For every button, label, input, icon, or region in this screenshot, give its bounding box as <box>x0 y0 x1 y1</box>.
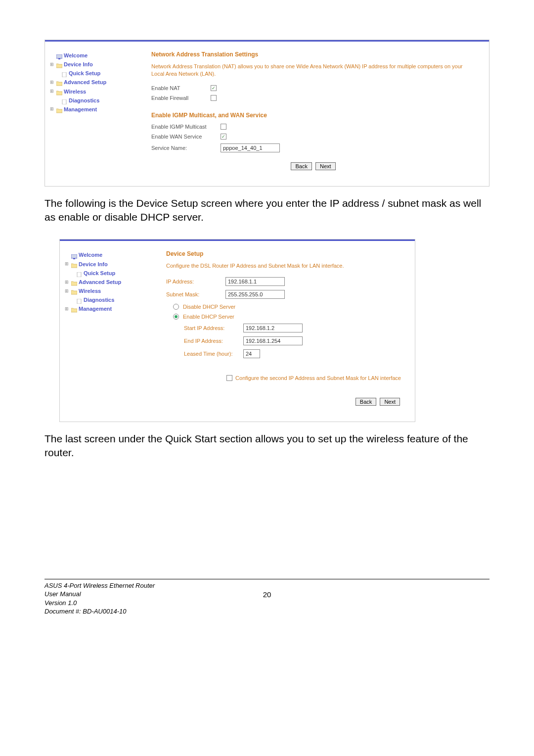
nav-welcome[interactable]: Welcome <box>50 51 134 60</box>
footer-line-2: User Manual 20 <box>44 590 490 599</box>
ip-address-label: IP Address: <box>166 279 225 284</box>
section-title: Network Address Translation Settings <box>151 51 475 58</box>
page-icon <box>76 297 82 302</box>
nav-quick-setup[interactable]: Quick Setup <box>65 269 149 278</box>
button-row: Back Next <box>151 162 475 170</box>
nav-tree: Welcome Device Info Quick Setup Advanced… <box>45 42 139 186</box>
nav-welcome[interactable]: Welcome <box>65 250 149 259</box>
enable-igmp-row: Enable IGMP Multicast <box>151 124 475 130</box>
nat-settings-screenshot: Welcome Device Info Quick Setup Advanced… <box>44 40 490 187</box>
section-desc: Configure the DSL Router IP Address and … <box>166 262 401 270</box>
page-icon <box>76 271 82 276</box>
section-desc: Network Address Translation (NAT) allows… <box>151 63 475 78</box>
nav-label: Device Info <box>64 60 93 69</box>
button-row: Back Next <box>166 398 401 406</box>
nav-label: Advanced Setup <box>64 78 106 87</box>
enable-nat-label: Enable NAT <box>151 85 211 91</box>
svg-rect-2 <box>62 72 66 77</box>
svg-rect-0 <box>56 54 62 58</box>
svg-rect-3 <box>62 99 66 104</box>
enable-dhcp-label: Enable DHCP Server <box>183 314 234 320</box>
section-title: Device Setup <box>166 250 401 257</box>
service-name-input[interactable] <box>221 143 280 152</box>
second-ip-label: Configure the second IP Address and Subn… <box>235 375 401 381</box>
monitor-icon <box>71 253 77 258</box>
subnet-mask-row: Subnet Mask: <box>166 290 401 299</box>
nav-advanced-setup[interactable]: Advanced Setup <box>50 78 134 87</box>
folder-icon <box>56 107 62 112</box>
nav-diagnostics[interactable]: Diagnostics <box>65 295 149 304</box>
page-footer: ASUS 4-Port Wireless Ethernet Router Use… <box>44 579 490 616</box>
disable-dhcp-label: Disable DHCP Server <box>183 304 235 310</box>
nav-label: Wireless <box>64 87 86 96</box>
leased-time-row: Leased Time (hour): <box>184 349 401 358</box>
nav-wireless[interactable]: Wireless <box>65 286 149 295</box>
subnet-mask-label: Subnet Mask: <box>166 291 225 297</box>
enable-igmp-checkbox[interactable] <box>221 124 226 130</box>
back-button[interactable]: Back <box>291 162 312 170</box>
folder-icon <box>71 262 77 267</box>
device-setup-content: Device Setup Configure the DSL Router IP… <box>154 241 415 421</box>
nav-advanced-setup[interactable]: Advanced Setup <box>65 278 149 286</box>
footer-line-1: ASUS 4-Port Wireless Ethernet Router <box>44 581 490 590</box>
nav-quick-setup[interactable]: Quick Setup <box>50 69 134 78</box>
nav-label: Advanced Setup <box>79 278 121 286</box>
nav-label: Management <box>79 304 112 313</box>
leased-time-input[interactable] <box>243 349 260 358</box>
nav-label: Quick Setup <box>84 269 115 278</box>
enable-igmp-label: Enable IGMP Multicast <box>151 124 221 130</box>
leased-time-label: Leased Time (hour): <box>184 351 243 357</box>
nav-label: Diagnostics <box>84 295 114 304</box>
folder-icon <box>56 80 62 85</box>
nav-management[interactable]: Management <box>50 105 134 114</box>
folder-icon <box>56 62 62 67</box>
nav-tree: Welcome Device Info Quick Setup Advanced… <box>60 241 154 421</box>
enable-wan-row: Enable WAN Service ✓ <box>151 134 475 140</box>
nav-label: Device Info <box>79 260 108 269</box>
nav-device-info[interactable]: Device Info <box>50 60 134 69</box>
end-ip-input[interactable] <box>243 336 303 345</box>
back-button[interactable]: Back <box>356 398 376 406</box>
ip-address-input[interactable] <box>225 277 285 286</box>
nav-label: Welcome <box>79 250 102 259</box>
nav-diagnostics[interactable]: Diagnostics <box>50 96 134 105</box>
svg-rect-7 <box>77 299 81 304</box>
next-button[interactable]: Next <box>315 162 336 170</box>
subnet-mask-input[interactable] <box>225 290 285 299</box>
monitor-icon <box>56 53 62 58</box>
folder-icon <box>71 288 77 293</box>
nav-management[interactable]: Management <box>65 304 149 313</box>
service-name-label: Service Name: <box>151 145 221 151</box>
nav-label: Diagnostics <box>69 96 99 105</box>
enable-nat-checkbox[interactable]: ✓ <box>211 85 217 91</box>
folder-icon <box>56 89 62 94</box>
ip-address-row: IP Address: <box>166 277 401 286</box>
second-ip-row: Configure the second IP Address and Subn… <box>166 375 401 381</box>
disable-dhcp-radio[interactable] <box>173 304 179 310</box>
page-number: 20 <box>263 590 271 600</box>
enable-firewall-checkbox[interactable] <box>211 95 217 101</box>
service-name-row: Service Name: <box>151 143 475 152</box>
device-setup-screenshot: Welcome Device Info Quick Setup Advanced… <box>59 239 415 422</box>
footer-rule <box>44 579 490 579</box>
nav-device-info[interactable]: Device Info <box>65 260 149 269</box>
page-icon <box>61 98 67 103</box>
nav-wireless[interactable]: Wireless <box>50 87 134 96</box>
enable-wan-checkbox[interactable]: ✓ <box>221 134 226 140</box>
second-ip-checkbox[interactable] <box>226 375 232 381</box>
folder-icon <box>71 306 77 311</box>
end-ip-row: End IP Address: <box>184 336 401 345</box>
enable-dhcp-radio[interactable] <box>173 314 179 320</box>
next-button[interactable]: Next <box>380 398 400 406</box>
svg-rect-6 <box>77 272 81 277</box>
nat-content: Network Address Translation Settings Net… <box>139 42 489 186</box>
start-ip-input[interactable] <box>243 324 303 332</box>
nav-label: Quick Setup <box>69 69 100 78</box>
enable-dhcp-row: Enable DHCP Server <box>173 314 401 320</box>
nav-label: Management <box>64 105 97 114</box>
page-icon <box>61 71 67 76</box>
body-paragraph-2: The last screen under the Quick Start se… <box>44 432 490 460</box>
start-ip-label: Start IP Address: <box>184 325 243 331</box>
svg-rect-5 <box>73 258 75 259</box>
enable-firewall-row: Enable Firewall <box>151 95 475 101</box>
